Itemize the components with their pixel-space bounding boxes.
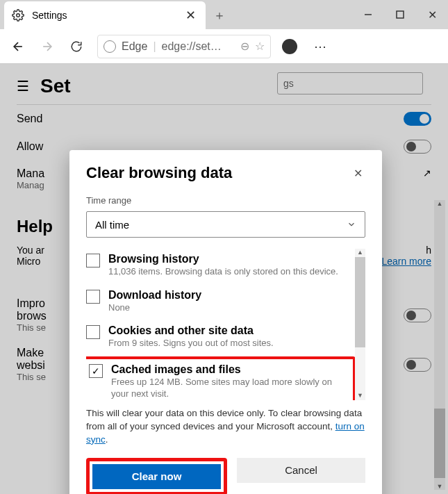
data-types-list: Browsing history 11,036 items. Browsing … xyxy=(86,249,365,400)
browser-tab[interactable]: Settings ✕ xyxy=(4,1,206,29)
forward-button[interactable] xyxy=(35,34,60,59)
item-title: Cookies and other site data xyxy=(108,324,353,337)
time-range-value: All time xyxy=(95,219,129,231)
time-range-label: Time range xyxy=(86,195,365,206)
back-button[interactable] xyxy=(6,34,31,59)
close-window-button[interactable]: ✕ xyxy=(416,0,448,29)
list-item[interactable]: ✓ Cached images and files Frees up 124 M… xyxy=(86,362,350,400)
item-sub: None xyxy=(108,302,353,314)
checkbox-checked[interactable]: ✓ xyxy=(89,364,103,378)
checkbox[interactable] xyxy=(86,290,100,304)
sync-note: This will clear your data on this device… xyxy=(86,407,365,447)
tab-title: Settings xyxy=(32,10,67,21)
close-tab-icon[interactable]: ✕ xyxy=(183,8,199,23)
omnibox-browser-label: Edge xyxy=(122,40,147,53)
highlight-annotation: ✓ Cached images and files Frees up 124 M… xyxy=(86,356,356,400)
address-bar[interactable]: Edge | edge://set… ⊖ ☆ xyxy=(97,35,271,58)
chevron-down-icon xyxy=(347,220,356,229)
clear-browsing-data-dialog: Clear browsing data ✕ Time range All tim… xyxy=(69,150,382,494)
list-item[interactable]: Browsing history 11,036 items. Browsing … xyxy=(86,249,353,285)
zoom-out-icon[interactable]: ⊖ xyxy=(240,40,249,53)
item-sub: Frees up 124 MB. Some sites may load mor… xyxy=(111,376,347,400)
more-menu-button[interactable]: ⋯ xyxy=(308,39,333,54)
item-title: Download history xyxy=(108,289,353,302)
item-sub: 11,036 items. Browsing data is only stor… xyxy=(108,265,353,278)
browser-toolbar: Edge | edge://set… ⊖ ☆ ⋯ xyxy=(0,29,448,64)
favorite-icon[interactable]: ☆ xyxy=(255,40,265,53)
cancel-button[interactable]: Cancel xyxy=(237,458,365,483)
svg-point-0 xyxy=(17,14,20,17)
checkbox[interactable] xyxy=(86,254,100,267)
time-range-select[interactable]: All time xyxy=(86,211,365,238)
title-bar: Settings ✕ ＋ ✕ xyxy=(0,0,448,29)
item-title: Cached images and files xyxy=(111,363,347,376)
svg-rect-2 xyxy=(397,11,404,18)
refresh-button[interactable] xyxy=(64,34,89,59)
item-sub: From 9 sites. Signs you out of most site… xyxy=(108,337,353,349)
dialog-close-button[interactable]: ✕ xyxy=(351,164,365,183)
highlight-annotation: Clear now xyxy=(86,458,227,494)
minimize-button[interactable] xyxy=(352,0,384,29)
item-title: Browsing history xyxy=(108,253,353,265)
clear-now-button[interactable]: Clear now xyxy=(92,464,221,489)
list-item[interactable]: Download history None xyxy=(86,285,353,321)
new-tab-button[interactable]: ＋ xyxy=(206,1,233,29)
list-scrollbar[interactable]: ▲ ▼ xyxy=(355,249,365,400)
maximize-button[interactable] xyxy=(384,0,416,29)
list-item[interactable]: Cookies and other site data From 9 sites… xyxy=(86,320,353,356)
dialog-title: Clear browsing data xyxy=(86,164,232,182)
omnibox-url: edge://set… xyxy=(162,40,222,53)
edge-logo-icon xyxy=(103,40,116,53)
checkbox[interactable] xyxy=(86,325,100,339)
profile-avatar[interactable] xyxy=(282,39,297,54)
gear-icon xyxy=(11,8,25,22)
